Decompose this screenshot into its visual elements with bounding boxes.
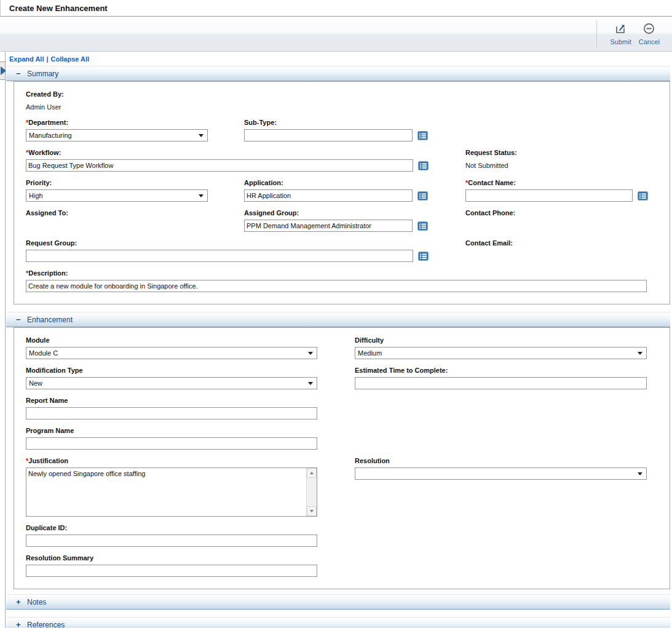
field-request-status: Request Status: Not Submitted [465,148,655,172]
section-header-enhancement[interactable]: − Enhancement [6,312,670,327]
field-assigned-group: Assigned Group: [244,209,465,232]
program-name-input[interactable] [26,437,317,450]
submit-button-label: Submit [611,38,631,46]
field-request-group: Request Group: [26,239,465,262]
field-contact-name: *Contact Name: [465,178,655,202]
expand-all-link[interactable]: Expand All [9,55,44,63]
field-assigned-to: Assigned To: [26,209,244,232]
expand-collapse-row: Expand All|Collapse All [6,52,672,66]
department-label: *Department: [26,118,244,127]
assigned-group-label: Assigned Group: [244,209,465,217]
dropdown-arrow-icon [199,134,204,137]
request-group-input[interactable] [26,250,413,262]
description-label: *Description: [26,269,655,277]
lookup-list-icon[interactable] [418,252,429,261]
textarea-scrollbar[interactable] [306,468,317,516]
application-label: Application: [244,178,465,187]
sidebar-expand-tab[interactable] [0,62,6,80]
field-workflow: *Workflow: [26,148,465,172]
request-status-label: Request Status: [465,148,655,157]
created-by-value: Admin User [26,103,655,111]
contact-name-input[interactable] [465,189,633,202]
difficulty-select[interactable]: Medium [355,347,647,359]
program-name-label: Program Name [26,426,355,435]
cancel-button[interactable]: Cancel [635,17,663,51]
field-description: *Description: [26,269,655,292]
dropdown-arrow-icon [308,382,313,385]
lookup-list-icon[interactable] [638,191,648,201]
section-header-references[interactable]: + References [6,617,670,628]
section-title-summary: Summary [27,70,58,78]
section-header-summary[interactable]: − Summary [6,66,670,81]
dropdown-arrow-icon [199,194,204,197]
modification-type-label: Modification Type [26,366,355,375]
cancel-icon [642,22,655,36]
workflow-input[interactable] [26,159,413,172]
collapse-all-link[interactable]: Collapse All [51,55,90,63]
cancel-button-label: Cancel [639,38,660,46]
collapse-icon: − [16,315,27,324]
form-content: Expand All|Collapse All − Summary Create… [5,52,672,628]
contact-name-label: *Contact Name: [465,178,655,187]
field-contact-email: Contact Email: [465,239,655,262]
department-select[interactable]: Manufacturing [26,129,208,141]
page-title: Create New Enhancement [9,4,108,13]
duplicate-id-input[interactable] [26,535,317,547]
field-resolution: Resolution [355,456,655,517]
contact-email-label: Contact Email: [465,239,655,247]
lookup-list-icon[interactable] [417,221,428,231]
sidebar-arrow-icon [1,66,6,75]
lookup-list-icon[interactable] [417,131,428,140]
lookup-list-icon[interactable] [417,191,428,201]
estimated-time-label: Estimated Time to Complete: [355,366,655,375]
field-contact-phone: Contact Phone: [465,209,655,232]
field-difficulty: Difficulty Medium [355,336,655,359]
justification-textarea[interactable]: Newly opened Singapore office staffing [26,467,317,517]
summary-section-body: Created By: Admin User *Department: Manu… [14,81,670,304]
section-title-references: References [27,621,65,628]
scroll-up-icon [310,472,314,474]
priority-select[interactable]: High [26,189,208,202]
estimated-time-input[interactable] [355,377,647,389]
field-report-name: Report Name [26,396,355,419]
section-title-notes: Notes [27,598,46,606]
difficulty-label: Difficulty [355,336,655,344]
field-modification-type: Modification Type New [26,366,355,389]
description-input[interactable] [26,280,647,292]
field-justification: *Justification Newly opened Singapore of… [26,456,355,517]
sub-type-input[interactable] [244,129,413,141]
create-enhancement-page: Create New Enhancement Submit Cancel [0,0,672,628]
application-input[interactable] [244,189,413,202]
enhancement-section-body: Module Module C Difficulty Medium Modifi… [14,327,670,589]
dropdown-arrow-icon [638,352,642,355]
assigned-group-input[interactable] [244,220,413,232]
field-resolution-summary: Resolution Summary [26,554,355,577]
dropdown-arrow-icon [308,352,313,355]
field-sub-type: Sub-Type: [244,118,655,141]
workflow-label: *Workflow: [26,148,465,157]
resolution-summary-input[interactable] [26,565,317,577]
module-label: Module [26,336,355,344]
title-bar: Create New Enhancement [0,0,672,17]
link-separator: | [46,55,48,63]
module-select[interactable]: Module C [26,347,317,359]
sub-type-label: Sub-Type: [244,118,655,127]
resolution-label: Resolution [355,456,655,465]
scroll-down-icon [310,510,314,512]
duplicate-id-label: Duplicate ID: [26,523,355,532]
submit-icon [614,22,627,36]
action-toolbar: Submit Cancel [0,17,672,52]
field-module: Module Module C [26,336,355,359]
submit-button[interactable]: Submit [607,17,635,51]
request-status-value: Not Submitted [465,161,655,170]
report-name-input[interactable] [26,407,317,419]
section-header-notes[interactable]: + Notes [6,594,670,610]
scroll-down-button[interactable] [307,506,317,516]
resolution-select[interactable] [355,467,647,480]
field-estimated-time: Estimated Time to Complete: [355,366,655,389]
modification-type-select[interactable]: New [26,377,317,389]
report-name-label: Report Name [26,396,355,405]
lookup-list-icon[interactable] [418,161,429,170]
scroll-up-button[interactable] [307,468,317,478]
expand-icon: + [16,620,27,628]
